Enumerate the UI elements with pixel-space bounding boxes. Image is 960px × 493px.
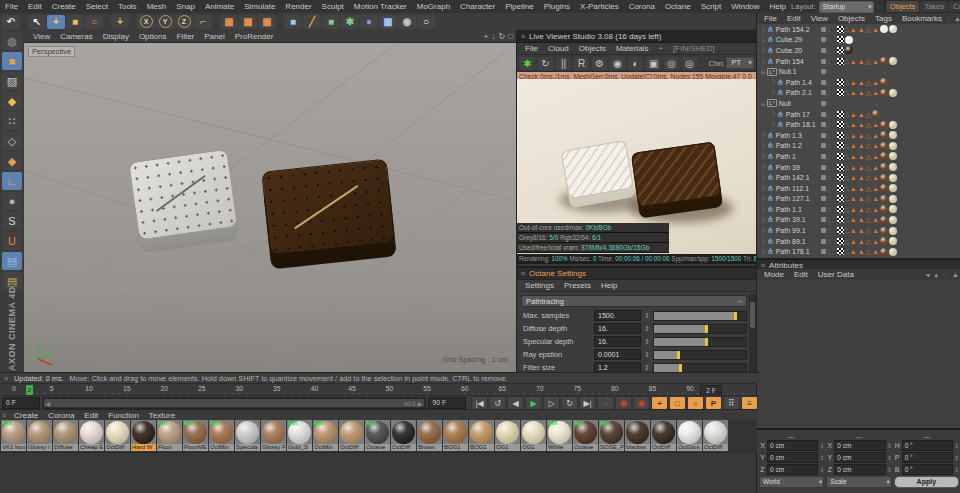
object-manager-menu-tags[interactable]: Tags — [870, 14, 897, 23]
octane-tag-icon[interactable]: ▲ — [858, 206, 865, 213]
phong-tag-icon[interactable]: ∴ — [845, 164, 849, 171]
visibility-toggles[interactable]: ∶ — [821, 227, 830, 234]
texture-tag-icon[interactable] — [837, 89, 844, 96]
stepper-icon[interactable]: ⇕ — [887, 466, 892, 473]
workplane-lock-icon[interactable]: ▤ — [2, 252, 22, 270]
render-view-icon[interactable]: ▦ — [220, 15, 238, 29]
menu-help[interactable]: Help — [765, 2, 791, 11]
menu-x-particles[interactable]: X-Particles — [575, 2, 624, 11]
live-viewer-menu--[interactable]: + — [653, 44, 668, 53]
dock-tab-content-browser[interactable]: Content Browser — [949, 1, 960, 12]
phong-tag-icon[interactable]: ∴ — [845, 89, 849, 96]
object-name[interactable]: Path 99.1 — [776, 227, 806, 234]
timeline-scrollbar[interactable]: ◀ 90 F ▶ — [42, 397, 427, 409]
coord-field-b[interactable]: 0 ° — [902, 464, 953, 475]
object-manager-menu-view[interactable]: View — [806, 14, 833, 23]
visibility-toggles[interactable]: ∶ — [821, 47, 830, 54]
octane-tag-icon[interactable]: ▲ — [872, 195, 879, 202]
record-button[interactable]: ◉ — [615, 396, 632, 410]
end-frame-field[interactable]: 90 F — [428, 397, 466, 409]
octane-tag-icon[interactable]: ▲ — [850, 238, 857, 245]
material-tag-icon[interactable] — [880, 121, 888, 129]
octane-tag-outline-icon[interactable]: △ — [866, 216, 871, 223]
live-viewer-menu-file[interactable]: File — [520, 44, 543, 53]
phong-tag-icon[interactable]: ∴ — [845, 111, 849, 118]
slider-handle[interactable] — [705, 338, 708, 346]
octane-tag-icon[interactable]: ▲ — [850, 227, 857, 234]
phong-tag-icon[interactable]: ∴ — [845, 26, 849, 33]
object-name[interactable]: Path 112.1 — [776, 185, 809, 192]
setting-slider[interactable] — [653, 363, 747, 373]
render-to-picture-viewer-icon[interactable]: ▦ — [239, 15, 257, 29]
camera-label[interactable]: Perspective — [28, 46, 75, 57]
object-manager-menu-file[interactable]: File — [759, 14, 782, 23]
object-row[interactable]: ├⋔Path 39.1∶∴▲▲△▲ — [757, 215, 960, 226]
object-name[interactable]: Path 1.4 — [786, 79, 812, 86]
object-row[interactable]: ├⋔Cube.20∶ — [757, 45, 960, 56]
stepper-icon[interactable]: ⇕ — [644, 351, 650, 359]
octane-tag-icon[interactable]: ▲ — [850, 111, 857, 118]
octane-tag-icon[interactable]: ▲ — [850, 248, 857, 255]
slider-handle[interactable] — [734, 312, 737, 320]
menu-plugins[interactable]: Plugins — [539, 2, 575, 11]
object-name[interactable]: Path 18.1 — [786, 121, 816, 128]
octane-tag-icon[interactable]: ▲ — [872, 206, 879, 213]
phong-tag-icon[interactable]: ∴ — [845, 79, 849, 86]
phong-tag-icon[interactable]: ∴ — [845, 216, 849, 223]
goto-end-button[interactable]: ▶| — [579, 396, 596, 410]
octane-tag-icon[interactable]: ▲ — [850, 185, 857, 192]
material-tag-icon[interactable] — [880, 205, 888, 213]
visibility-toggles[interactable]: ∶ — [821, 26, 830, 33]
phong-tag-icon[interactable]: ∴ — [845, 185, 849, 192]
play-button[interactable]: ▶ — [525, 396, 542, 410]
octane-tag-icon[interactable]: ▲ — [850, 142, 857, 149]
object-name[interactable]: Path 39 — [776, 164, 800, 171]
object-manager-menu-bookmarks[interactable]: Bookmarks — [897, 14, 947, 23]
material-tag-icon[interactable] — [880, 184, 888, 192]
menu-mesh[interactable]: Mesh — [142, 2, 172, 11]
octane-tag-icon[interactable]: ▲ — [858, 216, 865, 223]
texture-tag-icon[interactable] — [837, 248, 844, 255]
goto-start-button[interactable]: |◀ — [471, 396, 488, 410]
menu-mograph[interactable]: MoGraph — [412, 2, 455, 11]
visibility-toggles[interactable]: ∶ — [821, 68, 830, 75]
stepper-icon[interactable]: ⇕ — [644, 312, 650, 320]
viewport-clip-icon[interactable]: ▣ — [646, 57, 661, 70]
octane-tag-icon[interactable]: ▲ — [872, 142, 879, 149]
visibility-toggles[interactable]: ∶ — [821, 36, 830, 43]
setting-value-field[interactable]: 16. — [594, 323, 641, 334]
phong-tag-icon[interactable]: ∴ — [845, 58, 849, 65]
object-name[interactable]: Path 142.1 — [776, 174, 810, 181]
material-tag-icon[interactable] — [880, 25, 888, 33]
stepper-icon[interactable]: ⇕ — [644, 325, 650, 333]
play-backwards-button[interactable]: ↺ — [489, 396, 506, 410]
object-name[interactable]: Path 154 — [776, 58, 804, 65]
modeling-ball-icon[interactable]: ◍ — [2, 32, 22, 50]
stepper-icon[interactable]: ⇕ — [819, 454, 824, 461]
object-row[interactable]: ├⋔Path 1∶∴▲▲△▲ — [757, 151, 960, 162]
object-row[interactable]: ├⋔Path 178.1∶∴▲▲△▲ — [757, 246, 960, 257]
rotate-view-icon[interactable]: ↻ — [498, 32, 505, 41]
object-name[interactable]: Path 178.1 — [776, 248, 810, 255]
texture-tag-icon[interactable] — [837, 206, 844, 213]
material-thumbnail[interactable]: Cheap E — [79, 420, 104, 451]
material-tag-icon[interactable] — [880, 152, 888, 160]
phong-tag-icon[interactable]: ∴ — [845, 238, 849, 245]
material-menu-edit[interactable]: Edit — [79, 411, 103, 420]
setting-value-field[interactable]: 1500. — [594, 310, 641, 321]
material-tag-icon[interactable] — [889, 205, 897, 213]
menu-motion-tracker[interactable]: Motion Tracker — [349, 2, 412, 11]
material-thumbnail[interactable]: OG1 — [495, 420, 520, 451]
object-row[interactable]: ├⋔Path 154∶∴▲▲△▲ — [757, 56, 960, 67]
octane-tag-icon[interactable]: ▲ — [872, 79, 879, 86]
octane-tag-outline-icon[interactable]: △ — [866, 227, 871, 234]
texture-tag-icon[interactable] — [837, 79, 844, 86]
object-name[interactable]: Path 89.1 — [776, 238, 806, 245]
generators-icon[interactable]: ✱ — [341, 15, 359, 29]
menu-animate[interactable]: Animate — [200, 2, 239, 11]
setting-slider[interactable] — [653, 311, 747, 321]
visibility-toggles[interactable]: ∶ — [821, 216, 830, 223]
octane-tag-icon[interactable]: ▲ — [858, 111, 865, 118]
octane-tag-icon[interactable]: ▲ — [872, 132, 879, 139]
material-thumbnail[interactable]: MIXOctane — [365, 420, 390, 451]
